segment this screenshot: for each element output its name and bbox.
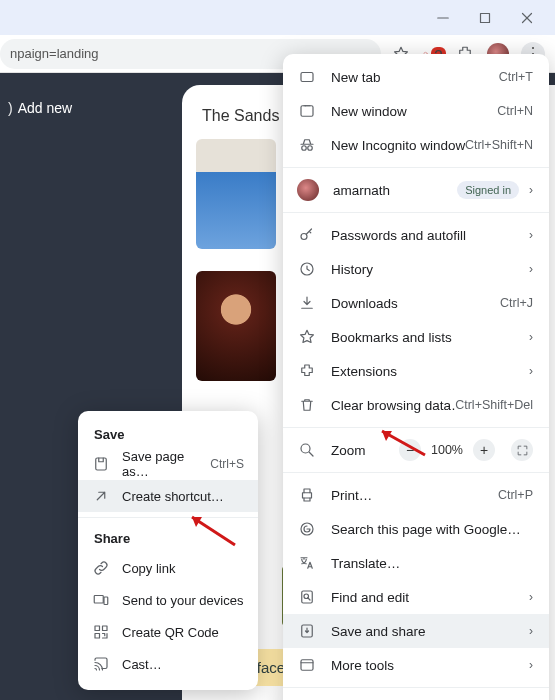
menu-new-window[interactable]: New windowCtrl+N — [283, 94, 549, 128]
menu-new-incognito[interactable]: New Incognito windowCtrl+Shift+N — [283, 128, 549, 162]
menu-extensions[interactable]: Extensions› — [283, 354, 549, 388]
menu-search-page[interactable]: Search this page with Google… — [283, 512, 549, 546]
svg-rect-14 — [302, 591, 313, 603]
svg-rect-20 — [96, 458, 107, 470]
trash-icon — [297, 395, 317, 415]
zoom-in-button[interactable]: + — [473, 439, 495, 461]
menu-clear-data[interactable]: Clear browsing data…Ctrl+Shift+Del — [283, 388, 549, 422]
print-icon — [297, 485, 317, 505]
menu-save-share[interactable]: Save and share› — [283, 614, 549, 648]
chevron-right-icon: › — [529, 330, 533, 344]
incognito-icon — [297, 135, 317, 155]
qr-icon — [92, 623, 110, 641]
save-share-icon — [297, 621, 317, 641]
svg-rect-5 — [301, 73, 313, 82]
save-icon — [92, 455, 110, 473]
google-icon — [297, 519, 317, 539]
chevron-right-icon: › — [529, 228, 533, 242]
translate-icon — [297, 553, 317, 573]
menu-zoom: Zoom − 100% + — [283, 433, 549, 467]
add-new-button[interactable]: Add new — [8, 100, 72, 116]
chrome-main-menu: New tabCtrl+T New windowCtrl+N New Incog… — [283, 54, 549, 700]
zoom-percent: 100% — [429, 443, 465, 457]
submenu-heading-share: Share — [78, 523, 258, 552]
submenu-save-page[interactable]: Save page as…Ctrl+S — [78, 448, 258, 480]
menu-profile[interactable]: amarnathSigned in› — [283, 173, 549, 207]
submenu-cast[interactable]: Cast… — [78, 648, 258, 680]
window-icon — [297, 101, 317, 121]
thumbnail-image-2[interactable] — [196, 271, 276, 381]
close-button[interactable] — [513, 4, 541, 32]
menu-history[interactable]: History› — [283, 252, 549, 286]
menu-separator — [78, 517, 258, 518]
fullscreen-button[interactable] — [511, 439, 533, 461]
menu-new-tab[interactable]: New tabCtrl+T — [283, 60, 549, 94]
menu-help[interactable]: Help› — [283, 693, 549, 700]
svg-rect-22 — [104, 597, 108, 605]
svg-rect-24 — [103, 626, 108, 631]
svg-rect-6 — [301, 106, 313, 117]
menu-separator — [283, 687, 549, 688]
menu-bookmarks[interactable]: Bookmarks and lists› — [283, 320, 549, 354]
chevron-right-icon: › — [529, 624, 533, 638]
key-icon — [297, 225, 317, 245]
menu-separator — [283, 427, 549, 428]
svg-rect-23 — [95, 626, 100, 631]
svg-point-8 — [308, 146, 313, 151]
menu-passwords[interactable]: Passwords and autofill› — [283, 218, 549, 252]
download-icon — [297, 293, 317, 313]
submenu-copy-link[interactable]: Copy link — [78, 552, 258, 584]
submenu-heading-save: Save — [78, 419, 258, 448]
menu-downloads[interactable]: DownloadsCtrl+J — [283, 286, 549, 320]
svg-rect-25 — [95, 634, 100, 639]
svg-rect-21 — [94, 596, 103, 604]
tools-icon — [297, 655, 317, 675]
zoom-out-button[interactable]: − — [399, 439, 421, 461]
devices-icon — [92, 591, 110, 609]
submenu-create-qr[interactable]: Create QR Code — [78, 616, 258, 648]
menu-separator — [283, 472, 549, 473]
submenu-send-devices[interactable]: Send to your devices — [78, 584, 258, 616]
window-titlebar — [0, 0, 555, 35]
find-icon — [297, 587, 317, 607]
menu-separator — [283, 212, 549, 213]
svg-rect-1 — [481, 13, 490, 22]
zoom-icon — [297, 440, 317, 460]
menu-separator — [283, 167, 549, 168]
minimize-button[interactable] — [429, 4, 457, 32]
submenu-create-shortcut[interactable]: Create shortcut… — [78, 480, 258, 512]
menu-print[interactable]: Print…Ctrl+P — [283, 478, 549, 512]
svg-rect-12 — [303, 493, 312, 498]
svg-point-11 — [301, 444, 310, 453]
puzzle-icon — [297, 361, 317, 381]
signed-in-badge: Signed in — [457, 181, 519, 199]
chevron-right-icon: › — [529, 364, 533, 378]
link-icon — [92, 559, 110, 577]
svg-point-7 — [302, 146, 307, 151]
menu-find-edit[interactable]: Find and edit› — [283, 580, 549, 614]
chevron-right-icon: › — [529, 590, 533, 604]
star-icon — [297, 327, 317, 347]
thumbnail-image-1[interactable] — [196, 139, 276, 249]
svg-rect-17 — [301, 660, 313, 671]
cast-icon — [92, 655, 110, 673]
shortcut-icon — [92, 487, 110, 505]
menu-more-tools[interactable]: More tools› — [283, 648, 549, 682]
menu-translate[interactable]: Translate… — [283, 546, 549, 580]
history-icon — [297, 259, 317, 279]
tab-icon — [297, 67, 317, 87]
chevron-right-icon: › — [529, 183, 533, 197]
chevron-right-icon: › — [529, 262, 533, 276]
maximize-button[interactable] — [471, 4, 499, 32]
save-share-submenu: Save Save page as…Ctrl+S Create shortcut… — [78, 411, 258, 690]
url-text: npaign=landing — [10, 46, 99, 61]
profile-avatar-icon — [297, 179, 319, 201]
chevron-right-icon: › — [529, 658, 533, 672]
